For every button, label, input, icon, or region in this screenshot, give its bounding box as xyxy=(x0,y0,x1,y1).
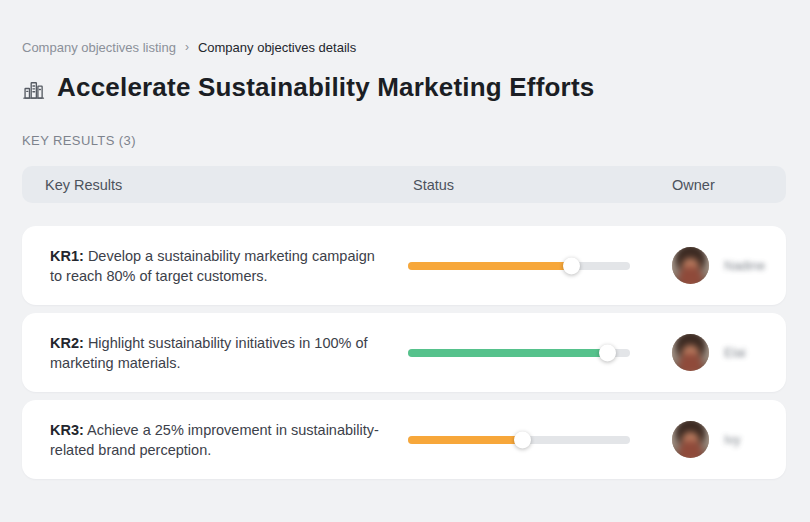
progress-fill xyxy=(408,349,608,357)
column-header-status: Status xyxy=(408,177,672,193)
chevron-right-icon: › xyxy=(185,40,189,54)
column-header-key-results: Key Results xyxy=(22,177,408,193)
owner-avatar xyxy=(672,247,709,284)
avatar-photo xyxy=(672,421,709,458)
progress-track[interactable] xyxy=(408,349,630,357)
breadcrumb-current: Company objectives details xyxy=(198,40,356,55)
status-cell xyxy=(408,436,672,444)
table-row-kr1[interactable]: KR1: Develop a sustainability marketing … xyxy=(22,226,786,305)
progress-track[interactable] xyxy=(408,262,630,270)
key-results-list: KR1: Develop a sustainability marketing … xyxy=(22,226,786,479)
table-row-kr2[interactable]: KR2: Highlight sustainability initiative… xyxy=(22,313,786,392)
owner-name: Elai xyxy=(724,345,746,360)
progress-slider-knob[interactable] xyxy=(563,257,580,274)
table-row-kr3[interactable]: KR3: Achieve a 25% improvement in sustai… xyxy=(22,400,786,479)
status-cell xyxy=(408,262,672,270)
page-content: Company objectives listing › Company obj… xyxy=(0,40,810,479)
owner-name: Nadine xyxy=(724,258,765,273)
avatar-photo xyxy=(672,247,709,284)
progress-fill xyxy=(408,436,523,444)
status-cell xyxy=(408,349,672,357)
kr-description: Achieve a 25% improvement in sustainabil… xyxy=(50,422,379,458)
kr-label: KR1: xyxy=(50,248,84,264)
owner-avatar xyxy=(672,421,709,458)
breadcrumb-parent-link[interactable]: Company objectives listing xyxy=(22,40,176,55)
owner-avatar xyxy=(672,334,709,371)
table-header: Key Results Status Owner xyxy=(22,166,786,203)
owner-cell: Ivy xyxy=(672,421,786,458)
kr-label: KR3: xyxy=(50,422,84,438)
title-row: Accelerate Sustainability Marketing Effo… xyxy=(22,72,786,103)
page-title: Accelerate Sustainability Marketing Effo… xyxy=(57,72,594,103)
owner-cell: Nadine xyxy=(672,247,786,284)
progress-fill xyxy=(408,262,572,270)
column-header-owner: Owner xyxy=(672,177,786,193)
kr-text: KR3: Achieve a 25% improvement in sustai… xyxy=(22,420,408,460)
kr-label: KR2: xyxy=(50,335,84,351)
kr-description: Develop a sustainability marketing campa… xyxy=(50,248,375,284)
section-label: KEY RESULTS (3) xyxy=(22,133,786,148)
kr-text: KR2: Highlight sustainability initiative… xyxy=(22,333,408,373)
progress-slider-knob[interactable] xyxy=(599,344,616,361)
breadcrumb: Company objectives listing › Company obj… xyxy=(22,40,786,55)
owner-cell: Elai xyxy=(672,334,786,371)
owner-name: Ivy xyxy=(724,432,741,447)
progress-track[interactable] xyxy=(408,436,630,444)
kr-text: KR1: Develop a sustainability marketing … xyxy=(22,246,408,286)
buildings-icon xyxy=(22,78,45,101)
avatar-photo xyxy=(672,334,709,371)
kr-description: Highlight sustainability initiatives in … xyxy=(50,335,368,371)
progress-slider-knob[interactable] xyxy=(514,431,531,448)
